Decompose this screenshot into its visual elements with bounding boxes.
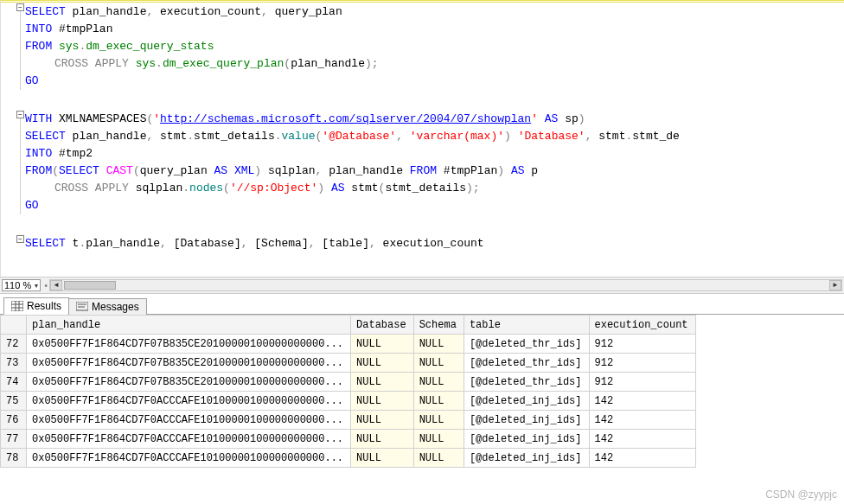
svg-rect-0: [11, 301, 23, 311]
row-number[interactable]: 72: [1, 335, 27, 354]
kw-go: GO: [25, 74, 39, 87]
cell-database[interactable]: NULL: [351, 354, 414, 373]
cell-execution_count[interactable]: 912: [589, 373, 695, 392]
zoom-select[interactable]: 110 % ▾: [2, 279, 41, 291]
scroll-left-icon[interactable]: ◄: [50, 280, 62, 290]
cell-execution_count[interactable]: 142: [589, 449, 695, 468]
row-number[interactable]: 78: [1, 449, 27, 468]
cell-execution_count[interactable]: 142: [589, 392, 695, 411]
cell-plan_handle[interactable]: 0x0500FF7F1F864CD7F07B835CE2010000010000…: [27, 373, 351, 392]
svg-rect-5: [76, 302, 88, 310]
cell-plan_handle[interactable]: 0x0500FF7F1F864CD7F07B835CE2010000010000…: [27, 335, 351, 354]
cell-database[interactable]: NULL: [351, 449, 414, 468]
kw-select: SELECT: [25, 5, 66, 18]
rownum-header[interactable]: [1, 316, 27, 335]
cell-plan_handle[interactable]: 0x0500FF7F1F864CD7F0ACCCAFE1010000010000…: [27, 392, 351, 411]
results-pane[interactable]: plan_handle Database Schema table execut…: [0, 315, 844, 490]
cell-table[interactable]: [@deleted_inj_ids]: [464, 449, 589, 468]
horizontal-scrollbar[interactable]: ◄ ►: [49, 279, 842, 291]
cell-schema[interactable]: NULL: [413, 335, 464, 354]
col-schema[interactable]: Schema: [413, 316, 464, 335]
cell-table[interactable]: [@deleted_inj_ids]: [464, 430, 589, 449]
table-row[interactable]: 730x0500FF7F1F864CD7F07B835CE20100000100…: [1, 354, 696, 373]
cell-table[interactable]: [@deleted_inj_ids]: [464, 411, 589, 430]
tab-messages[interactable]: Messages: [68, 298, 147, 315]
cell-execution_count[interactable]: 912: [589, 354, 695, 373]
dash-icon: •: [44, 280, 48, 290]
tab-results[interactable]: Results: [3, 297, 69, 315]
code-block-1: − SELECT plan_handle, execution_count, q…: [1, 0, 844, 90]
cell-schema[interactable]: NULL: [413, 430, 464, 449]
cell-database[interactable]: NULL: [351, 411, 414, 430]
cell-database[interactable]: NULL: [351, 373, 414, 392]
kw-cross: CROSS: [54, 57, 88, 70]
row-number[interactable]: 73: [1, 354, 27, 373]
zoom-value: 110 %: [4, 280, 31, 290]
table-row[interactable]: 740x0500FF7F1F864CD7F07B835CE20100000100…: [1, 373, 696, 392]
tab-messages-label: Messages: [92, 301, 139, 313]
fold-toggle-icon[interactable]: −: [16, 3, 24, 11]
row-number[interactable]: 76: [1, 411, 27, 430]
table-row[interactable]: 750x0500FF7F1F864CD7F0ACCCAFE10100000100…: [1, 392, 696, 411]
kw-from: FROM: [25, 164, 52, 177]
table-row[interactable]: 770x0500FF7F1F864CD7F0ACCCAFE10100000100…: [1, 430, 696, 449]
code-block-2: − WITH XMLNAMESPACES('http://schemas.mic…: [1, 107, 844, 214]
cell-schema[interactable]: NULL: [413, 354, 464, 373]
kw-go: GO: [25, 199, 39, 212]
fold-toggle-icon[interactable]: −: [16, 111, 24, 118]
cell-schema[interactable]: NULL: [413, 392, 464, 411]
row-number[interactable]: 74: [1, 373, 27, 392]
chevron-down-icon: ▾: [35, 282, 38, 290]
col-database[interactable]: Database: [351, 316, 414, 335]
table-row[interactable]: 720x0500FF7F1F864CD7F07B835CE20100000100…: [1, 335, 696, 354]
kw-from: FROM: [25, 40, 52, 53]
cell-plan_handle[interactable]: 0x0500FF7F1F864CD7F0ACCCAFE1010000010000…: [27, 449, 351, 468]
row-number[interactable]: 77: [1, 430, 27, 449]
grid-icon: [11, 301, 23, 311]
cell-schema[interactable]: NULL: [413, 411, 464, 430]
scroll-right-icon[interactable]: ►: [829, 280, 841, 290]
kw-select: SELECT: [25, 130, 66, 143]
kw-with: WITH: [25, 112, 52, 125]
scrollbar-thumb[interactable]: [64, 281, 116, 290]
cell-table[interactable]: [@deleted_thr_ids]: [464, 373, 589, 392]
row-number[interactable]: 75: [1, 392, 27, 411]
tab-results-label: Results: [27, 300, 61, 312]
cell-table[interactable]: [@deleted_thr_ids]: [464, 354, 589, 373]
cell-table[interactable]: [@deleted_thr_ids]: [464, 335, 589, 354]
results-tabs: Results Messages: [0, 294, 844, 315]
cell-plan_handle[interactable]: 0x0500FF7F1F864CD7F07B835CE2010000010000…: [27, 354, 351, 373]
kw-into: INTO: [25, 147, 52, 160]
header-row: plan_handle Database Schema table execut…: [1, 316, 696, 335]
col-execution_count[interactable]: execution_count: [589, 316, 695, 335]
kw-into: INTO: [25, 22, 52, 35]
code-block-3: − SELECT t.plan_handle, [Database], [Sch…: [1, 232, 844, 252]
results-grid[interactable]: plan_handle Database Schema table execut…: [0, 315, 696, 468]
kw-select: SELECT: [25, 237, 66, 250]
cell-execution_count[interactable]: 142: [589, 411, 695, 430]
cell-schema[interactable]: NULL: [413, 449, 464, 468]
cell-table[interactable]: [@deleted_inj_ids]: [464, 392, 589, 411]
col-plan_handle[interactable]: plan_handle: [27, 316, 351, 335]
gutter-line: [20, 3, 21, 90]
gutter-line: [20, 111, 21, 214]
cell-execution_count[interactable]: 912: [589, 335, 695, 354]
cell-database[interactable]: NULL: [351, 430, 414, 449]
kw-cross: CROSS: [54, 182, 88, 195]
table-row[interactable]: 760x0500FF7F1F864CD7F0ACCCAFE10100000100…: [1, 411, 696, 430]
cell-database[interactable]: NULL: [351, 392, 414, 411]
fold-toggle-icon[interactable]: −: [16, 235, 24, 243]
xml-namespace-link[interactable]: http://schemas.microsoft.com/sqlserver/2…: [160, 112, 531, 125]
cell-database[interactable]: NULL: [351, 335, 414, 354]
zoom-bar: 110 % ▾ • ◄ ►: [0, 277, 844, 294]
col-table[interactable]: table: [464, 316, 589, 335]
messages-icon: [76, 302, 88, 312]
cell-plan_handle[interactable]: 0x0500FF7F1F864CD7F0ACCCAFE1010000010000…: [27, 430, 351, 449]
watermark: CSDN @zyypjc: [765, 488, 837, 501]
cell-execution_count[interactable]: 142: [589, 430, 695, 449]
sql-editor[interactable]: − SELECT plan_handle, execution_count, q…: [0, 0, 844, 277]
table-row[interactable]: 780x0500FF7F1F864CD7F0ACCCAFE10100000100…: [1, 449, 696, 468]
cell-schema[interactable]: NULL: [413, 373, 464, 392]
cell-plan_handle[interactable]: 0x0500FF7F1F864CD7F0ACCCAFE1010000010000…: [27, 411, 351, 430]
